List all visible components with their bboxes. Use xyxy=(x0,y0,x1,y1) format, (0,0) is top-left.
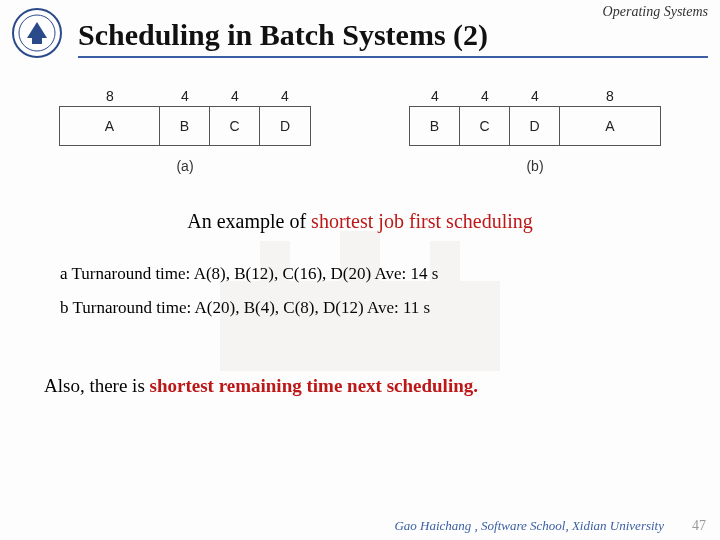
turnaround-b: b Turnaround time: A(20), B(4), C(8), D(… xyxy=(60,291,720,325)
durations-row-b: 4 4 4 8 xyxy=(410,88,660,104)
box-row-a: A B C D xyxy=(59,106,311,146)
closing-prefix: Also, there is xyxy=(44,375,150,396)
title-block: Operating Systems Scheduling in Batch Sy… xyxy=(78,8,708,58)
duration-cell: 4 xyxy=(210,88,260,104)
diagram-caption-a: (a) xyxy=(176,158,193,174)
box-row-b: B C D A xyxy=(409,106,661,146)
slide-title: Scheduling in Batch Systems (2) xyxy=(78,18,708,58)
job-box: A xyxy=(560,107,660,145)
job-box: B xyxy=(410,107,460,145)
duration-cell: 8 xyxy=(60,88,160,104)
duration-cell: 4 xyxy=(510,88,560,104)
diagram-b: 4 4 4 8 B C D A (b) xyxy=(409,88,661,174)
duration-cell: 4 xyxy=(260,88,310,104)
course-label: Operating Systems xyxy=(603,4,708,20)
job-box: B xyxy=(160,107,210,145)
duration-cell: 4 xyxy=(460,88,510,104)
university-logo-icon xyxy=(12,8,62,58)
footer-credit: Gao Haichang , Software School, Xidian U… xyxy=(394,518,664,534)
duration-cell: 8 xyxy=(560,88,660,104)
diagram-caption-b: (b) xyxy=(526,158,543,174)
job-box: D xyxy=(510,107,560,145)
job-box: C xyxy=(460,107,510,145)
durations-row-a: 8 4 4 4 xyxy=(60,88,310,104)
diagrams: 8 4 4 4 A B C D (a) 4 4 4 8 B C D A (b) xyxy=(30,88,690,174)
job-box: C xyxy=(210,107,260,145)
job-box: A xyxy=(60,107,160,145)
duration-cell: 4 xyxy=(160,88,210,104)
page-number: 47 xyxy=(692,518,706,534)
header: Operating Systems Scheduling in Batch Sy… xyxy=(0,0,720,58)
closing-line: Also, there is shortest remaining time n… xyxy=(44,375,720,397)
caption-prefix: An example of xyxy=(187,210,311,232)
svg-rect-6 xyxy=(32,38,42,44)
footer: Gao Haichang , Software School, Xidian U… xyxy=(0,518,706,534)
caption-highlight: shortest job first scheduling xyxy=(311,210,533,232)
turnaround-a: a Turnaround time: A(8), B(12), C(16), D… xyxy=(60,257,720,291)
diagram-a: 8 4 4 4 A B C D (a) xyxy=(59,88,311,174)
example-caption: An example of shortest job first schedul… xyxy=(0,210,720,233)
closing-highlight: shortest remaining time next scheduling. xyxy=(150,375,478,396)
duration-cell: 4 xyxy=(410,88,460,104)
turnaround-lines: a Turnaround time: A(8), B(12), C(16), D… xyxy=(60,257,720,325)
job-box: D xyxy=(260,107,310,145)
